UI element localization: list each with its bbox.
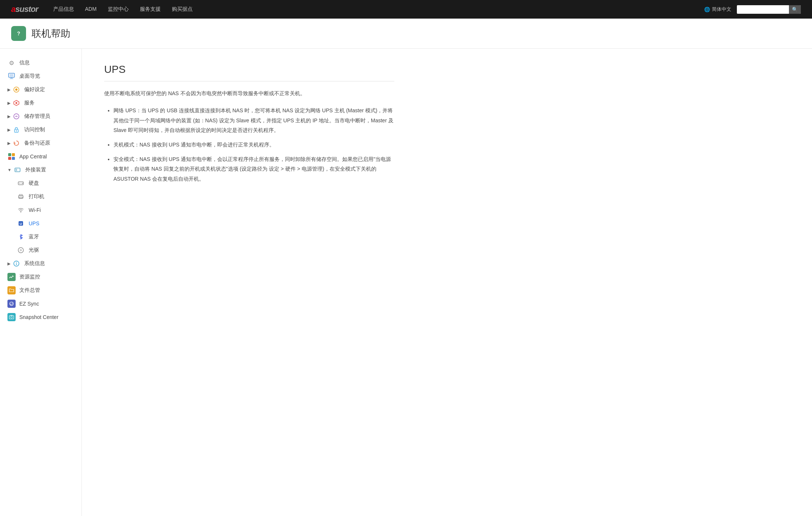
sidebar-label-external: 外接装置 [25,167,46,173]
nav-links: 产品信息 ADM 监控中心 服务支援 购买据点 [53,6,705,13]
main-layout: ⚙ 信息 桌面导览 ▶ 偏好设定 ▶ 服务 ▶ [0,49,812,516]
page-title: 联机帮助 [32,27,70,40]
ezsync-icon [7,300,16,308]
sidebar-sub-item-wifi[interactable]: Wi-Fi [0,203,81,217]
sidebar-label-filemanager: 文件总管 [19,287,40,294]
globe-icon: 🌐 [704,7,710,12]
nav-adm[interactable]: ADM [85,6,97,13]
sidebar-label-backup: 备份与还原 [24,140,50,146]
sidebar-item-access[interactable]: ▶ 访问控制 [0,123,81,136]
sidebar-label-resmon: 资源监控 [19,274,40,280]
sidebar-item-external[interactable]: ▼ 外接装置 [0,163,81,177]
sidebar-label-optical: 光驱 [29,247,39,254]
svg-rect-5 [10,78,13,79]
sidebar-item-prefs[interactable]: ▶ 偏好设定 [0,83,81,96]
optical-icon [17,246,25,254]
svg-rect-33 [9,316,14,319]
sidebar-item-appcentral[interactable]: App Central [0,150,81,163]
page-header-icon: ? [11,26,26,41]
svg-rect-3 [10,74,13,77]
sidebar-item-filemanager[interactable]: 文件总管 [0,284,81,297]
sidebar-item-snapshot[interactable]: Snapshot Center [0,310,81,324]
svg-point-24 [20,212,21,213]
sidebar-sub-item-ups[interactable]: U UPS [0,217,81,230]
desktop-icon [7,72,16,80]
external-icon [13,166,22,174]
snapshot-icon [7,313,16,321]
svg-rect-12 [8,153,11,156]
bluetooth-icon [17,233,25,241]
search-button[interactable]: 🔍 [789,5,801,14]
logo[interactable]: asustor [11,4,38,14]
chevron-storage: ▶ [7,114,10,119]
svg-text:?: ? [17,30,20,36]
svg-point-19 [22,183,23,184]
services-icon [12,99,20,107]
chevron-services: ▶ [7,101,10,106]
sidebar-label-ezsync: EZ Sync [19,301,39,307]
svg-rect-13 [12,153,15,156]
content-area: UPS 使用不断电系统可保护您的 NAS 不会因为市电突然中断而导致服务中断或不… [82,49,417,516]
svg-point-27 [18,248,23,253]
prefs-icon [12,86,20,94]
sidebar-label-services: 服务 [24,100,35,106]
sidebar-item-services[interactable]: ▶ 服务 [0,96,81,110]
svg-rect-15 [12,157,15,160]
hdd-icon [17,179,25,187]
sidebar-label-appcentral: App Central [19,154,47,159]
chevron-backup: ▶ [7,141,10,146]
sidebar-item-storage[interactable]: ▶ 储存管理员 [0,110,81,123]
page-header: ? 联机帮助 [0,19,812,49]
sidebar-item-desktop[interactable]: 桌面导览 [0,70,81,83]
svg-rect-17 [16,169,17,171]
sidebar-label-desktop: 桌面导览 [19,73,40,80]
svg-rect-14 [8,157,11,160]
language-selector[interactable]: 🌐 简体中文 [704,6,731,13]
wifi-icon [17,206,25,214]
nav-right: 🌐 简体中文 🔍 [704,5,801,14]
sidebar-item-backup[interactable]: ▶ 备份与还原 [0,136,81,150]
sidebar-sub-item-optical[interactable]: 光驱 [0,244,81,257]
storage-icon [12,112,20,120]
sidebar-item-info[interactable]: ⚙ 信息 [0,56,81,70]
content-list: 网络 UPS：当 UPS 的 USB 连接线直接连接到本机 NAS 时，您可将本… [104,106,394,184]
svg-rect-4 [10,78,13,78]
filemanager-icon [7,286,16,294]
chevron-external: ▼ [7,168,12,172]
chevron-sysinfo: ▶ [7,261,10,266]
sidebar-label-printer: 打印机 [29,193,44,200]
sidebar-item-ezsync[interactable]: EZ Sync [0,297,81,310]
access-icon [12,126,20,134]
content-title: UPS [104,64,394,81]
svg-point-28 [20,249,22,251]
sidebar-sub-item-bluetooth[interactable]: 蓝牙 [0,230,81,244]
sidebar-label-hdd: 硬盘 [29,180,39,187]
svg-point-7 [15,88,17,91]
content-intro: 使用不断电系统可保护您的 NAS 不会因为市电突然中断而导致服务中断或不正常关机… [104,89,394,98]
resmon-icon [7,273,16,281]
sidebar-label-sysinfo: 系统信息 [24,260,45,267]
sidebar: ⚙ 信息 桌面导览 ▶ 偏好设定 ▶ 服务 ▶ [0,49,82,516]
search-input[interactable] [737,5,789,14]
printer-icon [17,193,25,201]
nav-purchase[interactable]: 购买据点 [172,6,193,13]
sysinfo-icon [12,259,20,268]
svg-point-34 [11,316,13,318]
list-item-network-ups: 网络 UPS：当 UPS 的 USB 连接线直接连接到本机 NAS 时，您可将本… [113,106,394,135]
sidebar-item-resmon[interactable]: 资源监控 [0,270,81,284]
nav-monitor[interactable]: 监控中心 [108,6,129,13]
nav-support[interactable]: 服务支援 [140,6,161,13]
sidebar-item-sysinfo[interactable]: ▶ 系统信息 [0,257,81,270]
sidebar-label-prefs: 偏好设定 [24,86,45,93]
info-icon: ⚙ [7,59,16,67]
svg-text:U: U [20,222,22,226]
list-item-safe-mode: 安全模式：NAS 接收到 UPS 通知市电中断，会以正常程序停止所有服务，同时卸… [113,154,394,184]
sidebar-label-wifi: Wi-Fi [29,207,41,213]
ups-icon: U [17,219,25,228]
sidebar-sub-item-hdd[interactable]: 硬盘 [0,177,81,190]
appcentral-icon [7,152,16,161]
sidebar-label-info: 信息 [19,59,30,66]
nav-products[interactable]: 产品信息 [53,6,74,13]
sidebar-sub-item-printer[interactable]: 打印机 [0,190,81,203]
backup-icon [12,139,20,147]
